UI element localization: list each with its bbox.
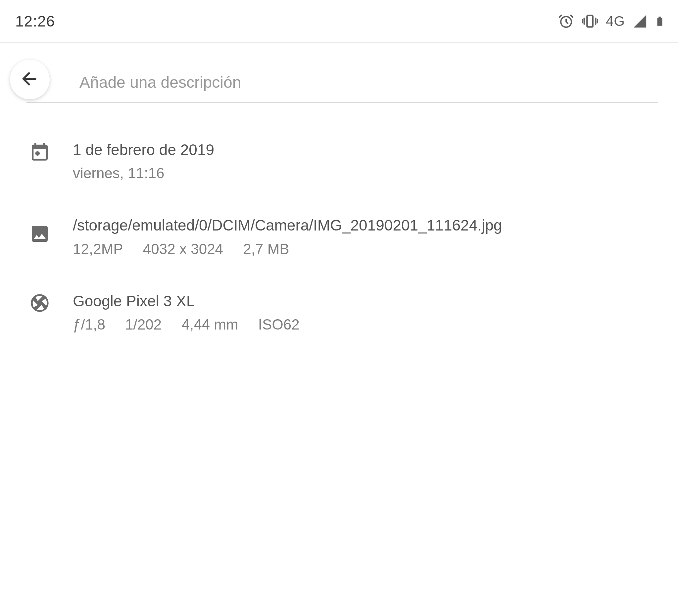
file-meta: 12,2MP 4032 x 3024 2,7 MB: [73, 241, 658, 257]
status-bar: 12:26 4G: [0, 0, 678, 43]
camera-exif: ƒ/1,8 1/202 4,44 mm ISO62: [73, 316, 658, 333]
svg-point-4: [35, 151, 40, 156]
cellular-signal-icon: [632, 13, 647, 29]
file-size: 2,7 MB: [243, 241, 289, 257]
aperture-icon: [27, 292, 53, 314]
calendar-icon: [27, 141, 53, 162]
camera-aperture: ƒ/1,8: [73, 316, 105, 333]
svg-rect-2: [657, 18, 663, 26]
info-section: 1 de febrero de 2019 viernes, 11:16 /sto…: [0, 129, 678, 356]
camera-device: Google Pixel 3 XL: [73, 290, 658, 312]
vibrate-icon: [581, 12, 599, 30]
date-primary: 1 de febrero de 2019: [73, 139, 658, 160]
back-button[interactable]: [10, 60, 50, 99]
status-icons: 4G: [558, 12, 665, 30]
header-area: [0, 63, 678, 103]
camera-exposure: 1/202: [125, 316, 161, 333]
description-input[interactable]: [27, 63, 658, 103]
file-row: /storage/emulated/0/DCIM/Camera/IMG_2019…: [20, 205, 658, 280]
camera-iso: ISO62: [258, 316, 300, 333]
status-time: 12:26: [15, 12, 55, 30]
date-row: 1 de febrero de 2019 viernes, 11:16: [20, 129, 658, 205]
file-dimensions: 4032 x 3024: [143, 241, 223, 257]
alarm-icon: [558, 13, 574, 29]
file-path: /storage/emulated/0/DCIM/Camera/IMG_2019…: [73, 215, 658, 236]
image-icon: [27, 223, 53, 244]
date-secondary: viernes, 11:16: [73, 165, 658, 181]
svg-rect-3: [658, 16, 661, 18]
camera-focal: 4,44 mm: [181, 316, 238, 333]
arrow-left-icon: [20, 69, 39, 90]
network-type-label: 4G: [606, 13, 625, 29]
file-megapixels: 12,2MP: [73, 241, 123, 257]
camera-row: Google Pixel 3 XL ƒ/1,8 1/202 4,44 mm IS…: [20, 281, 658, 356]
svg-rect-1: [587, 15, 593, 27]
battery-icon: [655, 13, 665, 30]
